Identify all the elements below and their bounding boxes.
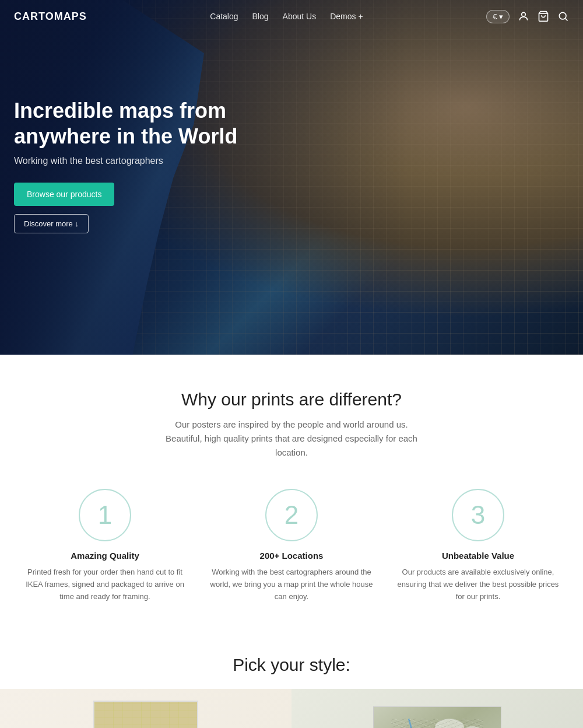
- svg-point-0: [522, 12, 526, 16]
- feature-number-1: 1: [98, 501, 112, 530]
- feature-number-3: 3: [471, 501, 485, 530]
- style-title: Pick your style:: [0, 655, 583, 675]
- svg-rect-14: [136, 703, 157, 712]
- navbar: CARTOMAPS Catalog Blog About Us Demos + …: [0, 0, 583, 33]
- discover-more-button[interactable]: Discover more ↓: [14, 214, 89, 233]
- svg-rect-4: [94, 702, 198, 728]
- hero-title: Incredible maps from anywhere in the Wor…: [14, 98, 266, 148]
- feature-number-2: 2: [285, 501, 298, 530]
- svg-rect-15: [160, 703, 171, 712]
- why-title: Why our prints are different?: [14, 390, 569, 410]
- hero-section: Incredible maps from anywhere in the Wor…: [0, 0, 583, 355]
- feature-title-2: 200+ Locations: [260, 551, 324, 561]
- terrain-maps-card[interactable]: Terrain Maps: [292, 689, 583, 728]
- nav-catalog[interactable]: Catalog: [210, 12, 238, 21]
- svg-rect-17: [113, 715, 134, 724]
- svg-rect-16: [96, 715, 111, 724]
- style-section: Pick your style:: [0, 626, 583, 728]
- svg-rect-12: [96, 703, 111, 712]
- feature-circle-2: 2: [265, 489, 318, 541]
- hero-subtitle: Working with the best cartographers: [14, 156, 266, 166]
- feature-title-3: Unbeatable Value: [442, 551, 514, 561]
- style-grid: Street Maps: [0, 689, 583, 728]
- feature-locations: 2 200+ Locations Working with the best c…: [210, 489, 373, 603]
- svg-rect-18: [136, 715, 157, 724]
- feature-value: 3 Unbeatable Value Our products are avai…: [396, 489, 560, 603]
- nav-links: Catalog Blog About Us Demos +: [210, 12, 363, 21]
- feature-desc-1: Printed fresh for your order then hand c…: [23, 566, 187, 603]
- logo[interactable]: CARTOMAPS: [14, 10, 87, 23]
- nav-blog[interactable]: Blog: [252, 12, 269, 21]
- nav-icons: € ▾: [486, 10, 569, 23]
- street-map-preview: [93, 701, 198, 728]
- feature-circle-3: 3: [452, 489, 504, 541]
- why-description: Our posters are inspired by the people a…: [163, 418, 420, 460]
- nav-about[interactable]: About Us: [283, 12, 317, 21]
- street-maps-card[interactable]: Street Maps: [0, 689, 292, 728]
- features-grid: 1 Amazing Quality Printed fresh for your…: [14, 489, 569, 603]
- cart-icon[interactable]: [538, 10, 549, 22]
- svg-rect-13: [113, 703, 134, 712]
- svg-point-2: [559, 12, 566, 19]
- browse-products-button[interactable]: Browse our products: [14, 183, 114, 206]
- currency-selector[interactable]: € ▾: [486, 10, 510, 23]
- hero-content: Incredible maps from anywhere in the Wor…: [0, 0, 280, 355]
- feature-title-1: Amazing Quality: [71, 551, 139, 561]
- feature-quality: 1 Amazing Quality Printed fresh for your…: [23, 489, 187, 603]
- nav-demos[interactable]: Demos +: [330, 12, 363, 21]
- terrain-map-preview: [373, 706, 501, 728]
- why-section: Why our prints are different? Our poster…: [0, 355, 583, 626]
- feature-desc-2: Working with the best cartographers arou…: [210, 566, 373, 603]
- search-icon[interactable]: [557, 10, 569, 22]
- feature-desc-3: Our products are available exclusively o…: [396, 566, 560, 603]
- svg-point-21: [435, 719, 464, 728]
- feature-circle-1: 1: [79, 489, 131, 541]
- account-icon[interactable]: [518, 10, 529, 22]
- svg-rect-20: [374, 707, 501, 728]
